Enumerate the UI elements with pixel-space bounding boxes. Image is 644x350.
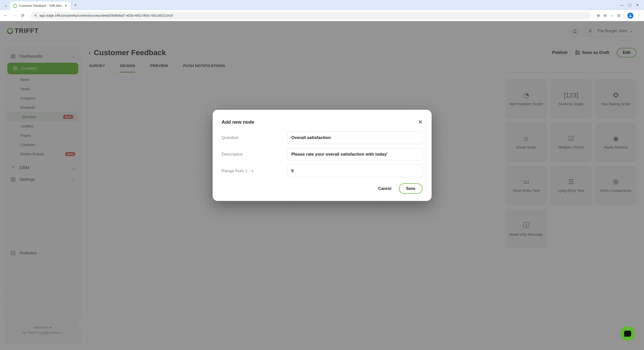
tab-list-button[interactable]: ⌄ bbox=[3, 2, 9, 8]
translate-icon[interactable]: ⊕ bbox=[597, 13, 600, 18]
intercom-launcher[interactable] bbox=[620, 326, 635, 341]
address-bar: ← → ⟳ ⇆ app.stage.trifft.io/cacitokiy/co… bbox=[0, 10, 644, 21]
close-window-icon[interactable]: ✕ bbox=[636, 3, 639, 7]
trifft-favicon bbox=[13, 4, 17, 8]
browser-menu-icon[interactable]: ⋮ bbox=[637, 13, 641, 18]
add-node-modal: Add new node ✕ Question Description Rang… bbox=[213, 110, 432, 201]
range-input[interactable] bbox=[287, 165, 423, 177]
separator bbox=[624, 13, 624, 18]
modal-title: Add new node bbox=[222, 119, 254, 125]
zoom-icon[interactable]: ⊖ bbox=[603, 13, 607, 18]
save-button[interactable]: Save bbox=[399, 183, 422, 194]
reload-icon[interactable]: ⟳ bbox=[20, 13, 25, 18]
browser-tab[interactable]: Customer Feedback - Trifft Adm ✕ bbox=[10, 2, 70, 10]
chat-icon bbox=[624, 331, 631, 337]
question-input[interactable] bbox=[287, 131, 423, 144]
new-tab-button[interactable]: + bbox=[72, 2, 79, 9]
svg-point-0 bbox=[630, 14, 631, 16]
forward-icon[interactable]: → bbox=[12, 13, 17, 18]
range-label: Range from 1 - x bbox=[222, 168, 287, 173]
description-label: Description bbox=[222, 152, 287, 157]
profile-avatar[interactable] bbox=[627, 13, 633, 19]
url-text: app.stage.trifft.io/cacitokiy/content/su… bbox=[40, 14, 173, 17]
minimize-icon[interactable]: — bbox=[620, 3, 624, 7]
extensions-icon[interactable]: ⧉ bbox=[617, 13, 620, 18]
tab-title: Customer Feedback - Trifft Adm bbox=[19, 4, 62, 8]
close-tab-icon[interactable]: ✕ bbox=[64, 4, 67, 8]
site-settings-icon[interactable]: ⇆ bbox=[34, 14, 37, 17]
bookmark-icon[interactable]: ☆ bbox=[610, 13, 614, 18]
cancel-button[interactable]: Cancel bbox=[373, 184, 396, 193]
question-label: Question bbox=[222, 135, 287, 140]
close-modal-button[interactable]: ✕ bbox=[418, 119, 423, 125]
description-input[interactable] bbox=[287, 148, 423, 161]
maximize-icon[interactable]: ▢ bbox=[628, 3, 631, 7]
back-icon[interactable]: ← bbox=[3, 13, 8, 18]
url-field[interactable]: ⇆ app.stage.trifft.io/cacitokiy/content/… bbox=[31, 12, 591, 19]
browser-tab-strip: ⌄ Customer Feedback - Trifft Adm ✕ + — ▢… bbox=[0, 0, 644, 10]
